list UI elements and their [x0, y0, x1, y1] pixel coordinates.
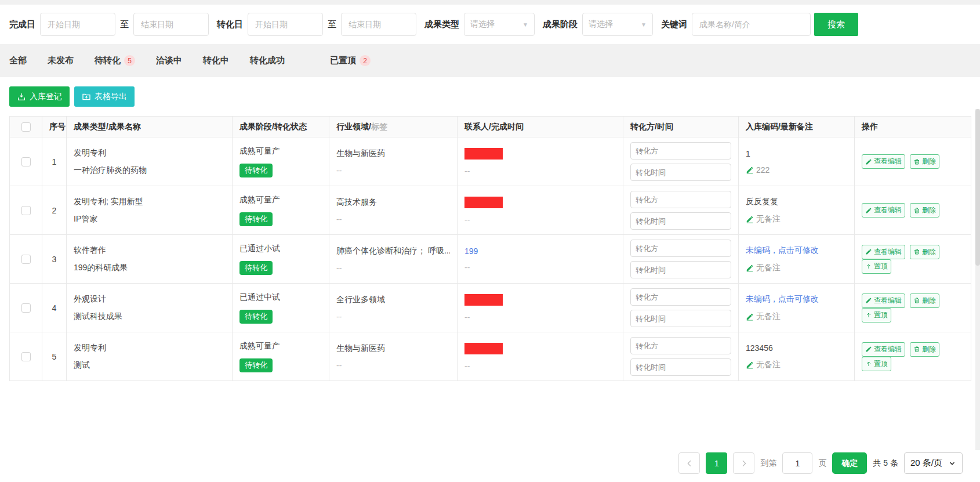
- storage-code-edit-link[interactable]: 未编码，点击可修改: [746, 294, 819, 303]
- latest-remark[interactable]: 无备注: [746, 263, 847, 273]
- result-stage: 成熟可量产: [239, 146, 322, 157]
- tab-to-convert[interactable]: 待转化 5: [95, 55, 135, 66]
- table-scrollbar[interactable]: [975, 109, 980, 450]
- result-type-select[interactable]: 请选择 ▼: [464, 13, 535, 36]
- view-edit-button[interactable]: 查看编辑: [862, 245, 905, 259]
- row-checkbox[interactable]: [21, 303, 31, 313]
- delete-button[interactable]: 删除: [910, 154, 939, 169]
- scrollbar-thumb[interactable]: [975, 109, 980, 266]
- result-stage: 成熟可量产: [239, 341, 322, 351]
- tab-converting[interactable]: 转化中: [203, 55, 229, 66]
- row-checkbox[interactable]: [21, 206, 31, 215]
- storage-code-edit-link[interactable]: 未编码，点击可修改: [746, 245, 819, 255]
- industry: 全行业多领域: [336, 295, 450, 305]
- view-edit-button[interactable]: 查看编辑: [862, 154, 905, 169]
- latest-remark[interactable]: 无备注: [746, 214, 847, 224]
- latest-remark[interactable]: 222: [746, 165, 847, 175]
- goto-page-input[interactable]: [782, 452, 812, 474]
- result-type: 外观设计: [74, 294, 225, 305]
- transform-party-input[interactable]: [630, 288, 731, 306]
- delete-label: 删除: [922, 205, 936, 215]
- complete-start-date-input[interactable]: [40, 13, 115, 36]
- industry: 高技术服务: [336, 197, 450, 208]
- tab-converted[interactable]: 转化成功: [250, 55, 285, 66]
- chevron-down-icon: [948, 459, 956, 467]
- view-edit-button[interactable]: 查看编辑: [862, 342, 905, 357]
- export-button[interactable]: 表格导出: [74, 86, 135, 107]
- transform-party-input[interactable]: [630, 142, 731, 160]
- redacted-contact: [464, 197, 503, 208]
- status-badge: 待转化: [239, 164, 273, 177]
- tab-all[interactable]: 全部: [9, 55, 27, 66]
- transform-time-input[interactable]: [630, 212, 731, 230]
- table-row: 1 发明专利 一种治疗肺炎的药物 成熟可量产 待转化 生物与新医药 -- -- …: [10, 137, 971, 186]
- search-button[interactable]: 搜索: [814, 13, 858, 36]
- header-name: 成果类型/成果名称: [67, 117, 233, 137]
- industry: 生物与新医药: [336, 148, 450, 159]
- convert-start-date-input[interactable]: [248, 13, 323, 36]
- row-checkbox[interactable]: [21, 255, 31, 264]
- transform-party-input[interactable]: [630, 337, 731, 354]
- storage-code: 反反复复: [746, 197, 847, 207]
- export-button-label: 表格导出: [95, 92, 127, 102]
- delete-button[interactable]: 删除: [910, 342, 939, 357]
- tab-negotiating[interactable]: 洽谈中: [156, 55, 182, 66]
- pin-top-button[interactable]: 置顶: [862, 357, 891, 371]
- result-name: 199的科研成果: [74, 263, 225, 273]
- row-index: 4: [42, 284, 67, 332]
- tab-count-badge: 2: [360, 55, 371, 66]
- transform-time-input[interactable]: [630, 261, 731, 278]
- to-label: 至: [120, 19, 129, 30]
- completion-time-empty: --: [464, 215, 616, 224]
- remark-text: 222: [756, 165, 770, 175]
- result-stage: 已通过小试: [239, 244, 322, 254]
- page-suffix-label: 页: [818, 458, 826, 469]
- delete-button[interactable]: 删除: [910, 203, 939, 218]
- contact-link[interactable]: 199: [464, 247, 478, 256]
- pin-top-button[interactable]: 置顶: [862, 259, 891, 274]
- row-checkbox[interactable]: [21, 352, 31, 361]
- page-size-value: 20 条/页: [910, 458, 942, 469]
- row-checkbox[interactable]: [21, 157, 31, 166]
- select-all-checkbox[interactable]: [21, 122, 31, 132]
- transform-time-input[interactable]: [630, 310, 731, 327]
- confirm-page-button[interactable]: 确定: [832, 452, 867, 474]
- view-edit-button[interactable]: 查看编辑: [862, 203, 905, 218]
- pencil-icon: [865, 158, 872, 165]
- prev-page-button[interactable]: [678, 452, 700, 474]
- page-size-select[interactable]: 20 条/页: [904, 452, 963, 474]
- register-button[interactable]: 入库登记: [9, 86, 70, 107]
- pin-top-button[interactable]: 置顶: [862, 308, 891, 322]
- tab-unpublished[interactable]: 未发布: [48, 55, 74, 66]
- trash-icon: [913, 207, 920, 214]
- keyword-input[interactable]: [692, 13, 811, 36]
- keyword-label: 关键词: [661, 19, 687, 30]
- delete-button[interactable]: 删除: [910, 293, 939, 308]
- pin-top-label: 置顶: [874, 262, 888, 271]
- complete-end-date-input[interactable]: [133, 13, 209, 36]
- transform-party-input[interactable]: [630, 191, 731, 208]
- delete-button[interactable]: 删除: [910, 245, 939, 259]
- status-badge: 待转化: [239, 212, 273, 226]
- tab-pinned[interactable]: 已置顶 2: [330, 55, 371, 66]
- header-code: 入库编码/最新备注: [739, 117, 855, 137]
- transform-party-input[interactable]: [630, 240, 731, 257]
- latest-remark[interactable]: 无备注: [746, 311, 847, 322]
- convert-end-date-input[interactable]: [341, 13, 416, 36]
- header-contact: 联系人/完成时间: [458, 117, 623, 137]
- tags-empty: --: [336, 312, 450, 321]
- latest-remark[interactable]: 无备注: [746, 360, 847, 370]
- current-page-button[interactable]: 1: [706, 452, 727, 474]
- tab-label: 洽谈中: [156, 55, 182, 66]
- tab-count-badge: 5: [124, 55, 135, 66]
- transform-time-input[interactable]: [630, 358, 731, 376]
- table-row: 3 软件著作 199的科研成果 已通过小试 待转化 肺癌个体化诊断和治疗； 呼吸…: [10, 235, 971, 284]
- next-page-button[interactable]: [733, 452, 754, 474]
- filter-bar: 完成日 至 转化日 至 成果类型 请选择 ▼ 成果阶段 请选择 ▼ 关键词 搜索: [0, 5, 980, 44]
- transform-time-input[interactable]: [630, 164, 731, 181]
- tab-label: 转化成功: [250, 55, 285, 66]
- result-stage-select[interactable]: 请选择 ▼: [582, 13, 653, 36]
- result-stage-placeholder: 请选择: [589, 19, 613, 30]
- industry: 肺癌个体化诊断和治疗； 呼吸...: [336, 246, 450, 256]
- view-edit-button[interactable]: 查看编辑: [862, 293, 905, 308]
